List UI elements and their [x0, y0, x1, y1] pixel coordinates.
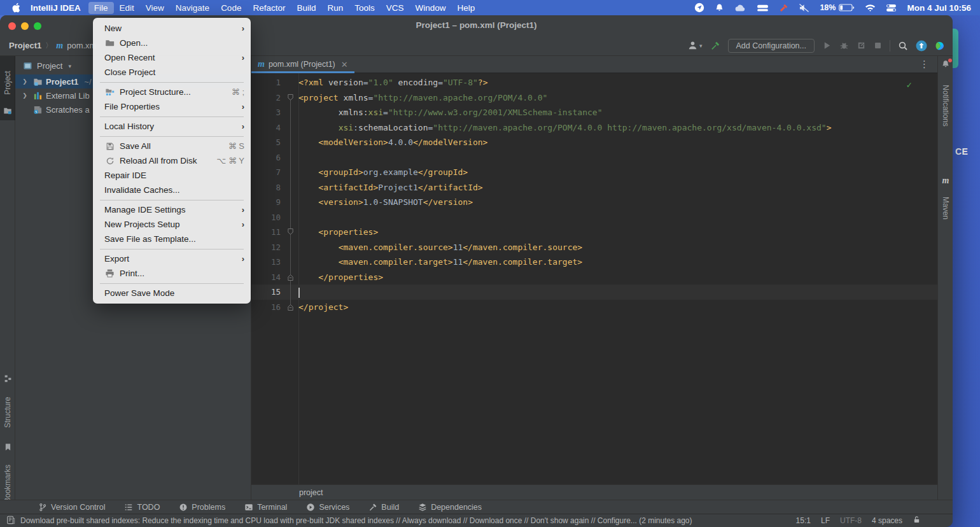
menu-item-power-save-mode[interactable]: Power Save Mode [93, 286, 251, 300]
coverage-button[interactable] [857, 41, 866, 50]
tool-window-button-problems[interactable]: Problems [179, 503, 225, 512]
cloud-icon[interactable] [734, 4, 746, 12]
tool-window-button-dependencies[interactable]: Dependencies [418, 503, 482, 512]
code-line-9[interactable]: 9 <version>1.0-SNAPSHOT</version> [251, 195, 937, 210]
menubar-menu-edit[interactable]: Edit [114, 2, 140, 14]
search-everywhere-icon[interactable] [898, 41, 908, 51]
indent-setting[interactable]: 4 spaces [872, 516, 902, 525]
menubar-menu-navigate[interactable]: Navigate [170, 2, 215, 14]
menu-item-project-structure[interactable]: Project Structure...⌘ ; [93, 85, 251, 99]
code-lines: 1<?xml version="1.0" encoding="UTF-8"?>2… [251, 75, 937, 314]
code-line-10[interactable]: 10 [251, 210, 937, 225]
tab-close-icon[interactable]: ✕ [341, 60, 348, 69]
code-line-13[interactable]: 13 <maven.compiler.target>11</maven.comp… [251, 255, 937, 270]
menu-item-new-projects-setup[interactable]: New Projects Setup› [93, 217, 251, 232]
wifi-icon[interactable] [865, 4, 876, 12]
caret-position[interactable]: 15:1 [796, 516, 811, 525]
menubar-menu-file[interactable]: File [88, 2, 114, 14]
code-line-8[interactable]: 8 <artifactId>Project1</artifactId> [251, 180, 937, 195]
code-line-14[interactable]: 14 </properties> [251, 270, 937, 285]
build-project-button[interactable] [710, 41, 720, 51]
menu-item-open-recent[interactable]: Open Recent› [93, 50, 251, 65]
editor-options-kebab-icon[interactable]: ⋮ [920, 59, 937, 70]
inspections-ok-icon[interactable]: ✓ [907, 80, 912, 90]
control-center-icon[interactable] [886, 4, 897, 12]
tool-window-button-services[interactable]: Services [306, 503, 349, 512]
menubar-menu-refactor[interactable]: Refactor [247, 2, 291, 14]
menu-item-open[interactable]: Open... [93, 36, 251, 50]
editor-tab-pom[interactable]: m pom.xml (Project1) ✕ [251, 56, 354, 73]
status-message[interactable]: Download pre-built shared indexes: Reduc… [20, 516, 692, 525]
code-line-16[interactable]: 16</project> [251, 300, 937, 315]
fold-marker-icon[interactable] [282, 270, 298, 285]
red-tool-icon[interactable] [779, 3, 788, 13]
code-line-7[interactable]: 7 <groupId>org.example</groupId> [251, 165, 937, 180]
code-line-11[interactable]: 11 <properties> [251, 225, 937, 240]
menu-item-save-all[interactable]: Save All⌘ S [93, 139, 251, 153]
location-icon[interactable] [694, 3, 704, 13]
code-line-3[interactable]: 3 xmlns:xsi="http://www.w3.org/2001/XMLS… [251, 105, 937, 120]
lock-icon[interactable] [913, 516, 921, 526]
debug-button[interactable] [839, 41, 849, 50]
add-configuration-button[interactable]: Add Configuration... [728, 39, 815, 53]
menubar-menu-code[interactable]: Code [215, 2, 247, 14]
run-button[interactable] [822, 41, 832, 50]
file-encoding[interactable]: UTF-8 [840, 516, 862, 525]
battery-indicator[interactable]: 18% [820, 3, 855, 12]
code-line-2[interactable]: 2<project xmlns="http://maven.apache.org… [251, 90, 937, 106]
menubar-menu-build[interactable]: Build [291, 2, 321, 14]
stop-button[interactable] [874, 41, 882, 50]
tool-window-button-version-control[interactable]: Version Control [38, 503, 105, 512]
breadcrumb-file[interactable]: pom.xm [67, 41, 96, 50]
menubar-clock[interactable]: Mon 4 Jul 10:56 [907, 3, 971, 13]
stripe-tab-structure[interactable]: Structure [0, 374, 15, 420]
menubar-menu-view[interactable]: View [140, 2, 170, 14]
menu-item-invalidate-caches[interactable]: Invalidate Caches... [93, 183, 251, 197]
jetbrains-toolbox-icon[interactable] [935, 40, 946, 52]
menu-item-reload-all-from-disk[interactable]: Reload All from Disk⌥ ⌘ Y [93, 153, 251, 168]
fold-marker-icon[interactable] [282, 90, 298, 106]
user-profile-button[interactable]: ▾ [687, 40, 703, 51]
stripe-tab-bookmarks[interactable]: Bookmarks [0, 443, 15, 491]
code-line-6[interactable]: 6 [251, 150, 937, 165]
menubar-menu-run[interactable]: Run [321, 2, 349, 14]
notification-bell-icon[interactable] [715, 3, 724, 13]
expand-arrow-icon[interactable]: ❯ [20, 92, 29, 99]
tool-window-button-terminal[interactable]: Terminal [244, 503, 287, 512]
mute-icon[interactable] [799, 3, 809, 13]
menubar-menu-vcs[interactable]: VCS [381, 2, 410, 14]
stripe-tab-maven[interactable]: m Maven [938, 176, 953, 216]
fold-marker-icon[interactable] [282, 300, 298, 315]
stripe-tab-notifications[interactable]: Notifications [938, 60, 953, 113]
menu-item-export[interactable]: Export› [93, 251, 251, 266]
code-line-5[interactable]: 5 <modelVersion>4.0.0</modelVersion> [251, 135, 937, 150]
keyboard-icon[interactable] [757, 4, 769, 12]
stripe-tab-project[interactable]: Project [0, 56, 15, 120]
ide-update-icon[interactable] [916, 40, 927, 52]
breadcrumb-tag-project[interactable]: project [299, 488, 323, 497]
tool-window-button-todo[interactable]: TODO [124, 503, 160, 512]
menu-item-close-project[interactable]: Close Project [93, 65, 251, 80]
code-line-4[interactable]: 4 xsi:schemaLocation="http://maven.apach… [251, 120, 937, 136]
menubar-menu-help[interactable]: Help [452, 2, 481, 14]
code-line-15[interactable]: 15 [251, 285, 937, 300]
menu-item-manage-ide-settings[interactable]: Manage IDE Settings› [93, 202, 251, 217]
menubar-app-name[interactable]: IntelliJ IDEA [24, 3, 88, 13]
expand-arrow-icon[interactable]: ❯ [20, 78, 29, 85]
breadcrumb-project[interactable]: Project1 [9, 41, 41, 50]
menubar-menu-tools[interactable]: Tools [349, 2, 381, 14]
code-editor[interactable]: ✓ 1<?xml version="1.0" encoding="UTF-8"?… [251, 73, 937, 484]
menu-item-file-properties[interactable]: File Properties› [93, 99, 251, 114]
code-line-12[interactable]: 12 <maven.compiler.source>11</maven.comp… [251, 240, 937, 255]
code-line-1[interactable]: 1<?xml version="1.0" encoding="UTF-8"?> [251, 75, 937, 90]
menu-item-repair-ide[interactable]: Repair IDE [93, 168, 251, 183]
fold-marker-icon[interactable] [282, 225, 298, 240]
menu-item-new[interactable]: New› [93, 21, 251, 36]
menubar-menu-window[interactable]: Window [410, 2, 452, 14]
apple-menu-icon[interactable] [8, 3, 24, 13]
tool-window-button-build[interactable]: Build [368, 503, 399, 512]
menu-item-save-file-as-template[interactable]: Save File as Template... [93, 232, 251, 246]
menu-item-local-history[interactable]: Local History› [93, 119, 251, 134]
line-ending[interactable]: LF [821, 516, 830, 525]
menu-item-print[interactable]: Print... [93, 266, 251, 281]
